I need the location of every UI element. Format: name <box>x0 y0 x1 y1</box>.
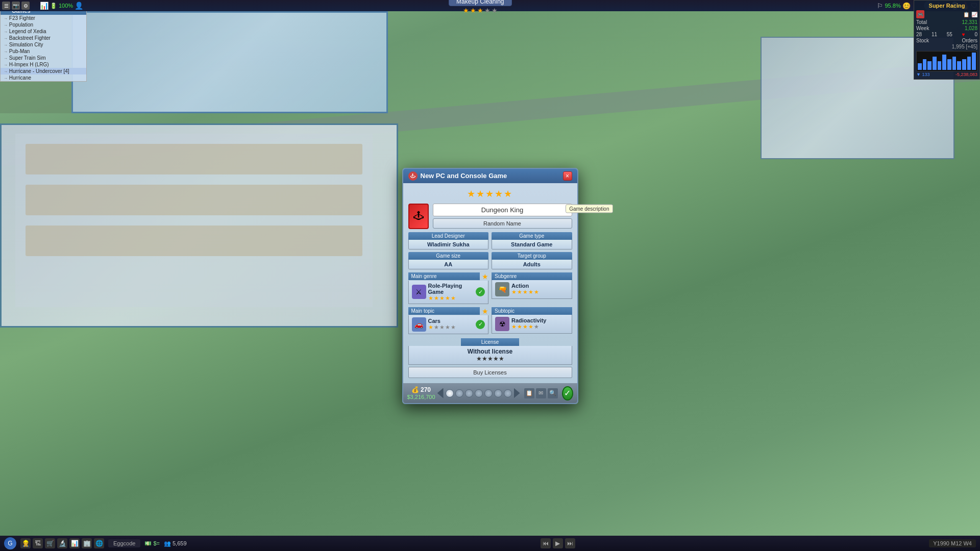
budget-money: $3,216,700 <box>407 394 435 400</box>
global-icon[interactable]: 🌐 <box>94 538 104 548</box>
panel-stock-row: Stock Orders <box>916 38 977 43</box>
license-label: License <box>461 338 519 346</box>
sidebar-item-label: Hurricane <box>9 75 31 81</box>
main-genre-field: Main genre ★ ⚔ Role-Playing Game ★★★★★ ✓ <box>408 272 489 304</box>
mail-icon[interactable]: ✉ <box>536 388 546 398</box>
target-group-value[interactable]: Adults <box>492 260 572 269</box>
genre-name: Role-Playing Game <box>428 283 474 295</box>
progress-dot-1[interactable] <box>446 389 454 397</box>
game-type-value[interactable]: Standard Game <box>492 240 572 249</box>
chart-bar <box>927 61 932 70</box>
dialog-title-bar: 🕹 New PC and Console Game × <box>403 169 577 183</box>
genre-row: Main genre ★ ⚔ Role-Playing Game ★★★★★ ✓ <box>408 272 572 304</box>
game-icon-box: 🕹 <box>408 204 429 229</box>
topic-star-bonus: ★ <box>482 307 488 315</box>
sidebar-item[interactable]: → H-Impex H (LRG) <box>1 61 86 68</box>
subtopic-field: Subtopic ☢ Radioactivity ★★★★★ <box>492 307 572 334</box>
bottom-right-icons: ⏮ ▶ ⏭ <box>541 538 575 548</box>
progress-dot-2[interactable] <box>455 389 463 397</box>
office-icon[interactable]: 🏢 <box>82 538 92 548</box>
camera-icon[interactable]: 📷 <box>12 2 20 10</box>
topic-stars: ★★★★★ <box>428 324 474 331</box>
bottom-icons-left: 👷 🏗 🛒 🔬 📊 🏢 🌐 <box>20 538 104 548</box>
settings-icon[interactable]: ⚙ <box>21 2 30 10</box>
play-icon[interactable]: ▶ <box>553 538 563 548</box>
game-size-value[interactable]: AA <box>408 260 489 269</box>
orders-label: Orders <box>962 38 977 43</box>
sidebar-item[interactable]: → F23 Fighter <box>1 15 86 21</box>
chart-bar <box>933 57 937 70</box>
topic-check-icon: ✓ <box>476 320 485 329</box>
sidebar-item[interactable]: → Pub-Man <box>1 48 86 55</box>
subgenre-content[interactable]: 🔫 Action ★★★★★ <box>492 280 572 299</box>
progress-dot-6[interactable] <box>494 389 502 397</box>
loss-value: -5,238,083 <box>955 72 977 77</box>
sidebar-item-label: Hurricane - Undercover [4] <box>9 68 69 74</box>
progress-dot-5[interactable] <box>484 389 493 397</box>
smiley-icon: 😊 <box>902 2 911 10</box>
money-icon: 💵 <box>144 540 152 547</box>
progress-dot-7[interactable] <box>504 389 512 397</box>
chart-bar <box>947 59 951 70</box>
clipboard-icon[interactable]: 📋 <box>524 388 534 398</box>
sidebar-item[interactable]: → Backstreet Fighter <box>1 35 86 41</box>
sidebar-item-label: Legend of Xedia <box>9 29 46 34</box>
chart-bar <box>962 59 966 70</box>
random-name-button[interactable]: Random Name <box>433 218 572 229</box>
subtopic-label: Subtopic <box>492 307 572 315</box>
sidebar-list: 💻 Computer & Console Games ▼ → F23 Fight… <box>0 0 87 82</box>
playback-icon[interactable]: ⏮ <box>541 538 551 548</box>
workers-display: 👥 5,659 <box>164 540 187 547</box>
main-genre-content[interactable]: ⚔ Role-Playing Game ★★★★★ ✓ <box>408 281 489 304</box>
sidebar-item[interactable]: → Hurricane - Undercover [4] <box>1 68 86 74</box>
topic-row: Main topic ★ 🚗 Cars ★★★★★ ✓ Subtopi <box>408 307 572 334</box>
chart-bar <box>942 55 946 70</box>
progress-dot-3[interactable] <box>465 389 473 397</box>
sidebar-item[interactable]: → Legend of Xedia <box>1 28 86 35</box>
main-topic-field: Main topic ★ 🚗 Cars ★★★★★ ✓ <box>408 307 489 334</box>
bottom-bar: G 👷 🏗 🛒 🔬 📊 🏢 🌐 Eggcode 💵 $= 👥 5,659 ⏮ ▶… <box>0 536 980 551</box>
stock-label: Stock <box>916 38 929 43</box>
sidebar-item[interactable]: → Hurricane <box>1 74 86 81</box>
target-group-label: Target group <box>492 252 572 260</box>
subtopic-name: Radioactivity <box>511 317 569 323</box>
panel-total-row: Total 12,331 <box>916 19 977 25</box>
happiness-value: 95.8% <box>885 3 900 9</box>
dialog-close-button[interactable]: × <box>563 171 572 181</box>
chart-bar <box>938 61 942 70</box>
game-name-input[interactable] <box>433 204 572 216</box>
sidebar-item-label: Population <box>9 22 33 28</box>
menu-icon[interactable]: ☰ <box>2 2 10 10</box>
buy-licenses-button[interactable]: Buy Licenses <box>408 367 572 378</box>
sidebar-item-label: F23 Fighter <box>9 15 35 21</box>
settings-icon[interactable]: 🔍 <box>548 388 558 398</box>
market-icon[interactable]: 🛒 <box>45 538 55 548</box>
chart-icon[interactable]: 📊 <box>40 2 48 10</box>
worker-icon[interactable]: 👷 <box>20 538 31 548</box>
progress-dot-4[interactable] <box>475 389 483 397</box>
panel-loss-row: ▼ 133 -5,238,083 <box>916 72 977 77</box>
subgenre-name: Action <box>511 283 569 289</box>
research-icon[interactable]: 🔬 <box>57 538 67 548</box>
lead-designer-value[interactable]: Wladimir Sukha <box>408 240 489 249</box>
game-description-tooltip: Game description <box>566 205 612 213</box>
reports-icon[interactable]: 📊 <box>69 538 80 548</box>
main-topic-content[interactable]: 🚗 Cars ★★★★★ ✓ <box>408 315 489 334</box>
sidebar-item[interactable]: → Super Train Sim <box>1 55 86 61</box>
form-grid-1: Lead Designer Wladimir Sukha Game type S… <box>408 232 572 249</box>
sidebar-item[interactable]: → Simulation City <box>1 41 86 48</box>
license-label-row: License <box>408 338 572 346</box>
subtopic-content[interactable]: ☢ Radioactivity ★★★★★ <box>492 315 572 334</box>
build-icon[interactable]: 🏗 <box>33 538 43 548</box>
percent-bar: 🔋 100% <box>50 3 73 9</box>
lead-designer-label: Lead Designer <box>408 232 489 240</box>
topic-name: Cars <box>428 318 474 324</box>
confirm-button[interactable]: ✓ <box>562 386 573 400</box>
panel-icons: 📋 <box>963 12 969 17</box>
nav-left-arrow[interactable] <box>437 388 444 398</box>
action-icons: 📋 ✉ 🔍 <box>524 388 558 398</box>
top-right-panel: Super Racing 🎮 📋 📈 Total 12,331 Week 1,0… <box>914 0 980 80</box>
fast-forward-icon[interactable]: ⏭ <box>565 538 575 548</box>
sidebar-item[interactable]: → Population <box>1 21 86 28</box>
nav-right-arrow[interactable] <box>514 388 520 398</box>
